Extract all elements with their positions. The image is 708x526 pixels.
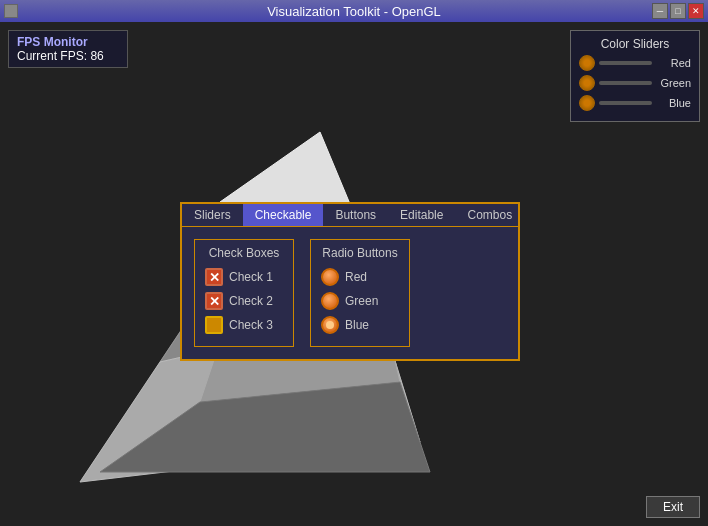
tab-sliders[interactable]: Sliders	[182, 204, 243, 226]
fps-current: Current FPS: 86	[17, 49, 119, 63]
control-panel: Sliders Checkable Buttons Editable Combo…	[180, 202, 520, 361]
tab-bar: Sliders Checkable Buttons Editable Combo…	[182, 204, 518, 227]
blue-label: Blue	[656, 97, 691, 109]
checkbox-item-2: ✕ Check 2	[205, 292, 283, 310]
blue-slider-row: Blue	[579, 95, 691, 111]
close-button[interactable]: ✕	[688, 3, 704, 19]
radio-blue[interactable]	[321, 316, 339, 334]
red-slider-icon	[579, 55, 595, 71]
checkbox-3-label: Check 3	[229, 318, 273, 332]
radio-green[interactable]	[321, 292, 339, 310]
green-slider-row: Green	[579, 75, 691, 91]
window-title: Visualization Toolkit - OpenGL	[267, 4, 441, 19]
blue-slider-icon	[579, 95, 595, 111]
color-sliders-panel: Color Sliders Red Green Blue	[570, 30, 700, 122]
fps-title: FPS Monitor	[17, 35, 119, 49]
checkbox-2-label: Check 2	[229, 294, 273, 308]
green-slider-track[interactable]	[599, 81, 652, 85]
radio-item-red: Red	[321, 268, 399, 286]
checkbox-2[interactable]: ✕	[205, 292, 223, 310]
radio-item-blue: Blue	[321, 316, 399, 334]
tab-checkable[interactable]: Checkable	[243, 204, 324, 226]
exit-button[interactable]: Exit	[646, 496, 700, 518]
tab-buttons[interactable]: Buttons	[323, 204, 388, 226]
checkbox-group-title: Check Boxes	[205, 246, 283, 260]
checkbox-1-label: Check 1	[229, 270, 273, 284]
checkable-tab-content: Check Boxes ✕ Check 1 ✕ Check 2 Check 3 …	[182, 227, 518, 359]
red-slider-row: Red	[579, 55, 691, 71]
fps-number: 86	[90, 49, 103, 63]
main-content: FPS Monitor Current FPS: 86 Color Slider…	[0, 22, 708, 526]
blue-slider-track[interactable]	[599, 101, 652, 105]
checkbox-3[interactable]	[205, 316, 223, 334]
maximize-button[interactable]: □	[670, 3, 686, 19]
minimize-button[interactable]: ─	[652, 3, 668, 19]
window-controls: ─ □ ✕	[652, 3, 704, 19]
checkbox-item-1: ✕ Check 1	[205, 268, 283, 286]
radio-red[interactable]	[321, 268, 339, 286]
radio-green-label: Green	[345, 294, 378, 308]
red-slider-track[interactable]	[599, 61, 652, 65]
fps-monitor: FPS Monitor Current FPS: 86	[8, 30, 128, 68]
green-slider-icon	[579, 75, 595, 91]
checkbox-1[interactable]: ✕	[205, 268, 223, 286]
tab-editable[interactable]: Editable	[388, 204, 455, 226]
title-bar: Visualization Toolkit - OpenGL ─ □ ✕	[0, 0, 708, 22]
checkbox-group: Check Boxes ✕ Check 1 ✕ Check 2 Check 3	[194, 239, 294, 347]
radio-group: Radio Buttons Red Green Blue	[310, 239, 410, 347]
checkbox-item-3: Check 3	[205, 316, 283, 334]
color-sliders-title: Color Sliders	[579, 37, 691, 51]
app-icon	[4, 4, 18, 18]
radio-red-label: Red	[345, 270, 367, 284]
radio-group-title: Radio Buttons	[321, 246, 399, 260]
radio-item-green: Green	[321, 292, 399, 310]
fps-label: Current FPS:	[17, 49, 87, 63]
tab-combos[interactable]: Combos	[455, 204, 524, 226]
red-label: Red	[656, 57, 691, 69]
radio-blue-label: Blue	[345, 318, 369, 332]
green-label: Green	[656, 77, 691, 89]
